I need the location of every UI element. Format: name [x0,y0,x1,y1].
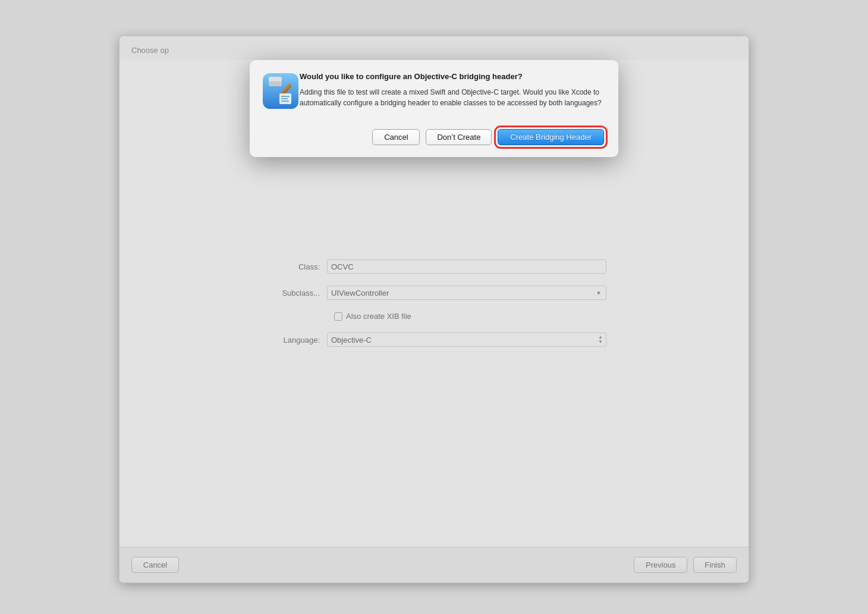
modal-overlay: Would you like to configure an Objective… [119,36,749,582]
svg-rect-3 [269,77,282,82]
alert-sheet: Would you like to configure an Objective… [250,60,618,157]
main-window: Choose op Class: Subclass... UIViewContr… [119,36,749,583]
alert-text-area: Would you like to configure an Objective… [300,72,604,108]
dont-create-button[interactable]: Don’t Create [426,129,492,145]
alert-cancel-button[interactable]: Cancel [372,129,420,145]
alert-buttons: Cancel Don’t Create Create Bridging Head… [262,129,604,145]
alert-body: Adding this file to test will create a m… [300,87,604,108]
alert-header: Would you like to configure an Objective… [262,72,604,110]
create-bridging-header-button[interactable]: Create Bridging Header [498,129,604,145]
xcode-icon [262,72,300,110]
alert-title: Would you like to configure an Objective… [300,72,604,82]
